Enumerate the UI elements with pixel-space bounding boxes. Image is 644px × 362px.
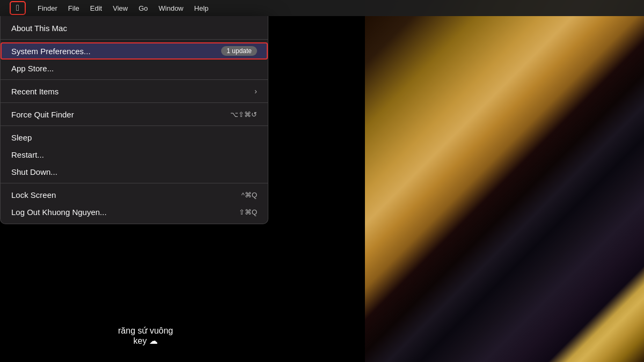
menu-bar-view[interactable]: View (107, 0, 133, 16)
update-badge: 1 update (221, 46, 257, 56)
separator-4 (1, 125, 268, 126)
menu-bar:  Finder File Edit View Go Window Help (0, 0, 644, 16)
bottom-line2: key ☁ (118, 336, 173, 346)
menu-item-recent-items[interactable]: Recent Items › (1, 83, 268, 100)
menu-item-about[interactable]: About This Mac (1, 19, 268, 36)
menu-item-restart[interactable]: Restart... (1, 146, 268, 163)
chevron-right-icon: › (254, 87, 257, 95)
menu-item-app-store[interactable]: App Store... (1, 60, 268, 77)
menu-bar-window[interactable]: Window (153, 0, 189, 16)
force-quit-shortcut: ⌥⇧⌘↺ (230, 110, 257, 119)
menu-item-shut-down[interactable]: Shut Down... (1, 163, 268, 180)
lock-screen-shortcut: ^⌘Q (241, 191, 257, 199)
menu-bar-edit[interactable]: Edit (85, 0, 107, 16)
menu-item-system-prefs[interactable]: System Preferences... 1 update (1, 42, 268, 60)
separator-1 (1, 39, 268, 40)
menu-bar-help[interactable]: Help (189, 0, 214, 16)
bottom-line1: răng sứ vuông (118, 326, 173, 336)
separator-5 (1, 183, 268, 183)
menu-item-lock-screen[interactable]: Lock Screen ^⌘Q (1, 186, 268, 203)
separator-2 (1, 79, 268, 80)
apple-dropdown-menu: About This Mac System Preferences... 1 u… (0, 16, 268, 224)
menu-item-force-quit[interactable]: Force Quit Finder ⌥⇧⌘↺ (1, 106, 268, 123)
menu-bar-file[interactable]: File (63, 0, 85, 16)
separator-3 (1, 102, 268, 103)
log-out-shortcut: ⇧⌘Q (239, 208, 257, 216)
apple-icon-box:  (10, 1, 26, 15)
menu-bar-go[interactable]: Go (133, 0, 153, 16)
menu-item-sleep[interactable]: Sleep (1, 129, 268, 146)
apple-logo-icon:  (16, 4, 19, 12)
bottom-text-area: răng sứ vuông key ☁ (118, 326, 173, 346)
menu-bar-finder[interactable]: Finder (32, 0, 63, 16)
fabric-texture (365, 0, 644, 362)
apple-menu-trigger[interactable]:  (4, 0, 32, 16)
menu-item-log-out[interactable]: Log Out Khuong Nguyen... ⇧⌘Q (1, 203, 268, 220)
